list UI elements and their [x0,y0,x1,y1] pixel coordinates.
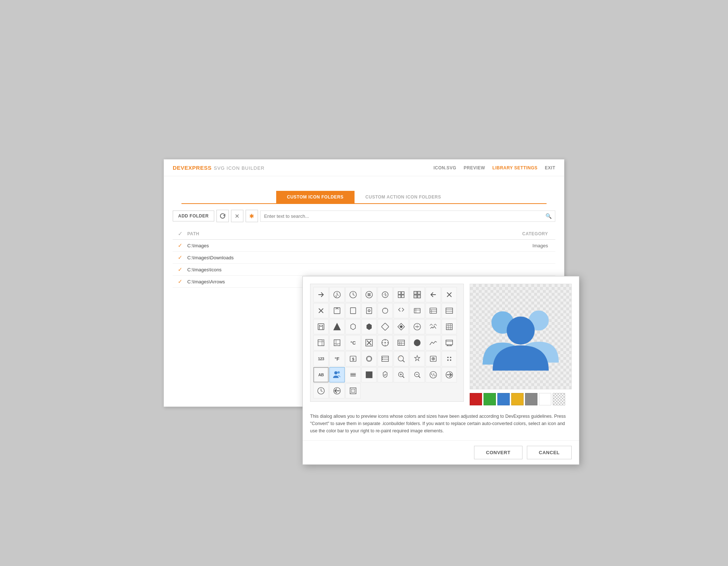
icon-cell[interactable] [410,303,425,318]
svg-point-73 [382,359,383,360]
svg-rect-49 [336,344,338,346]
icon-cell[interactable] [345,303,361,318]
nav-icon-svg[interactable]: ICON.SVG [434,165,457,170]
icon-cell[interactable] [329,335,345,350]
icon-cell[interactable]: $ [345,351,361,366]
svg-rect-12 [414,295,417,298]
color-swatch-blue[interactable] [497,393,510,405]
icon-cell[interactable] [394,303,409,318]
icon-cell[interactable] [345,367,361,382]
icon-cell[interactable] [377,367,393,382]
refresh-button[interactable] [216,210,229,222]
table-row[interactable]: ✓ C:\Images\Icons [173,264,555,276]
icon-cell[interactable] [442,367,457,382]
icon-cell[interactable] [313,287,329,302]
dialog-footer: CONVERT CANCEL [303,440,579,464]
tabs-bar: CUSTOM ICON FOLDERS CUSTOM ACTION ICON F… [181,184,547,204]
icon-cell[interactable] [394,367,409,382]
color-swatch-green[interactable] [484,393,496,405]
icon-cell[interactable]: °F [329,351,345,366]
cancel-button[interactable]: CANCEL [527,446,572,459]
icon-cell[interactable] [410,335,425,350]
icon-cell[interactable] [410,287,425,302]
icon-cell[interactable] [377,351,393,366]
svg-point-82 [450,357,451,358]
nav-library-settings[interactable]: LIBRARY SETTINGS [492,165,537,170]
icon-cell[interactable] [410,351,425,366]
icon-cell[interactable] [313,303,329,318]
icon-cell[interactable] [426,335,441,350]
add-folder-button[interactable]: ADD FOLDER [173,211,214,221]
icon-cell[interactable] [426,351,441,366]
icon-cell[interactable] [377,303,393,318]
icon-cell[interactable] [442,335,457,350]
icon-cell[interactable] [377,335,393,350]
icon-cell[interactable] [442,287,457,302]
icon-cell[interactable] [426,303,441,318]
nav-preview[interactable]: PREVIEW [463,165,485,170]
icon-cell[interactable] [426,367,441,382]
svg-point-85 [334,371,337,374]
svg-point-52 [384,342,386,343]
svg-marker-32 [399,325,403,328]
icon-cell[interactable] [377,287,393,302]
icon-cell[interactable] [313,335,329,350]
convert-button[interactable]: CONVERT [474,446,522,459]
icon-cell[interactable] [345,287,361,302]
icon-cell[interactable] [442,319,457,334]
icon-cell[interactable] [410,319,425,334]
icon-cell[interactable] [313,383,329,398]
icon-cell[interactable] [329,303,345,318]
color-swatch-yellow[interactable] [511,393,524,405]
icon-cell[interactable]: AB [313,367,329,382]
table-row[interactable]: ✓ C:\Images\Downloads [173,252,555,264]
icon-cell[interactable] [361,335,377,350]
preview-panel [470,284,572,405]
color-swatch-red[interactable] [470,393,482,405]
svg-point-84 [450,359,451,361]
tab-custom-action-icon-folders[interactable]: CUSTOM ACTION ICON FOLDERS [355,191,452,203]
icon-cell[interactable] [361,303,377,318]
icon-cell[interactable] [410,367,425,382]
svg-rect-23 [446,308,453,314]
icon-cell[interactable] [361,351,377,366]
color-swatch-white[interactable] [539,393,551,405]
search-input[interactable] [260,211,555,222]
icon-cell[interactable]: $ [329,287,345,302]
icon-cell[interactable] [426,319,441,334]
icon-cell-selected[interactable] [329,367,345,382]
icon-cell[interactable] [442,303,457,318]
nav-exit[interactable]: EXIT [545,165,555,170]
search-icon: 🔍 [545,213,552,219]
icon-cell[interactable]: °C [345,335,361,350]
icon-cell[interactable] [345,383,361,398]
icon-cell[interactable] [377,319,393,334]
icon-cell[interactable] [361,287,377,302]
settings-button[interactable]: ✱ [246,210,258,222]
preview-canvas [470,284,572,389]
svg-line-75 [403,361,405,362]
table-row[interactable]: ✓ C:\Images Images [173,240,555,252]
icon-cell[interactable] [394,351,409,366]
icon-cell[interactable] [361,319,377,334]
color-swatch-transparent[interactable] [553,393,565,405]
svg-point-81 [447,357,449,358]
icon-cell[interactable] [361,367,377,382]
icon-cell[interactable] [394,287,409,302]
delete-button[interactable]: ✕ [231,210,243,222]
icon-cell[interactable] [442,351,457,366]
icon-cell[interactable] [394,335,409,350]
icon-cell[interactable] [313,319,329,334]
svg-point-62 [414,339,420,346]
icon-cell[interactable] [329,319,345,334]
icon-cell[interactable] [394,319,409,334]
icon-cell[interactable]: 123 [313,351,329,366]
icon-cell[interactable] [329,383,345,398]
icon-cell[interactable] [426,287,441,302]
svg-point-83 [447,359,449,361]
tab-custom-icon-folders[interactable]: CUSTOM ICON FOLDERS [276,191,355,203]
icon-cell[interactable] [345,319,361,334]
check-all[interactable]: ✓ [178,231,183,237]
preview-icon-svg [481,296,561,377]
color-swatch-gray[interactable] [525,393,537,405]
